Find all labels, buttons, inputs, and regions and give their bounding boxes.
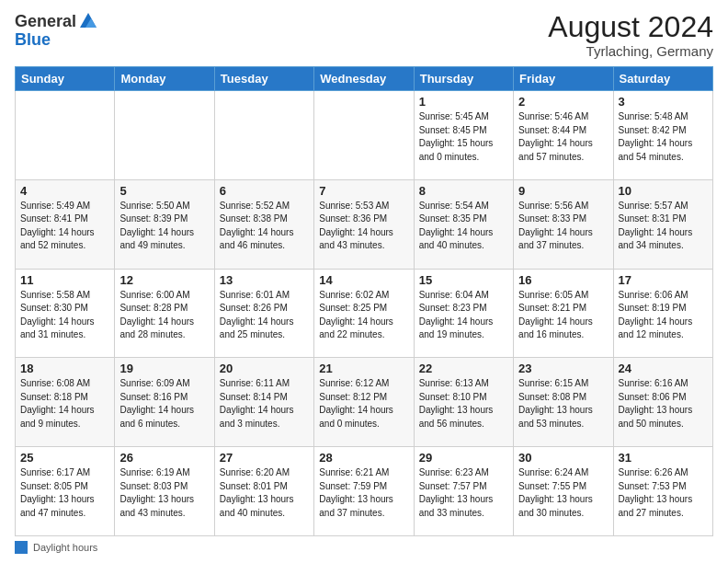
- day-detail: Sunrise: 6:08 AM Sunset: 8:18 PM Dayligh…: [20, 377, 109, 431]
- calendar-week-4: 18Sunrise: 6:08 AM Sunset: 8:18 PM Dayli…: [16, 358, 713, 447]
- day-number: 19: [119, 362, 209, 375]
- day-detail: Sunrise: 6:00 AM Sunset: 8:28 PM Dayligh…: [119, 289, 209, 342]
- day-detail: Sunrise: 6:19 AM Sunset: 8:03 PM Dayligh…: [119, 466, 209, 520]
- logo: General Blue: [15, 11, 98, 48]
- calendar-week-5: 25Sunrise: 6:17 AM Sunset: 8:05 PM Dayli…: [16, 447, 713, 536]
- day-detail: Sunrise: 5:53 AM Sunset: 8:36 PM Dayligh…: [319, 200, 408, 253]
- day-detail: Sunrise: 5:48 AM Sunset: 8:42 PM Dayligh…: [619, 110, 708, 164]
- table-row: [115, 91, 214, 180]
- month-year: August 2024: [548, 11, 713, 43]
- table-row: 9Sunrise: 5:56 AM Sunset: 8:33 PM Daylig…: [514, 179, 613, 269]
- day-detail: Sunrise: 5:45 AM Sunset: 8:45 PM Dayligh…: [419, 110, 508, 164]
- table-row: 16Sunrise: 6:05 AM Sunset: 8:21 PM Dayli…: [514, 269, 613, 358]
- footer: Daylight hours: [15, 541, 713, 554]
- day-detail: Sunrise: 5:57 AM Sunset: 8:31 PM Dayligh…: [619, 200, 708, 253]
- day-detail: Sunrise: 6:13 AM Sunset: 8:10 PM Dayligh…: [419, 377, 508, 431]
- day-number: 7: [319, 184, 408, 198]
- table-row: 4Sunrise: 5:49 AM Sunset: 8:41 PM Daylig…: [16, 179, 115, 269]
- day-number: 8: [419, 184, 508, 198]
- day-detail: Sunrise: 6:11 AM Sunset: 8:14 PM Dayligh…: [220, 377, 309, 431]
- day-number: 26: [119, 451, 209, 465]
- table-row: [314, 91, 414, 180]
- day-number: 5: [119, 184, 209, 198]
- table-row: 2Sunrise: 5:46 AM Sunset: 8:44 PM Daylig…: [514, 91, 613, 180]
- day-number: 4: [20, 184, 109, 198]
- calendar-table: Sunday Monday Tuesday Wednesday Thursday…: [15, 66, 713, 536]
- day-number: 3: [619, 95, 708, 109]
- day-detail: Sunrise: 6:06 AM Sunset: 8:19 PM Dayligh…: [619, 289, 708, 342]
- table-row: 30Sunrise: 6:24 AM Sunset: 7:55 PM Dayli…: [514, 447, 613, 536]
- col-saturday: Saturday: [613, 67, 712, 91]
- day-number: 2: [518, 95, 608, 109]
- day-detail: Sunrise: 6:09 AM Sunset: 8:16 PM Dayligh…: [119, 377, 209, 431]
- day-number: 28: [319, 451, 408, 465]
- header: General Blue August 2024 Tyrlaching, Ger…: [15, 11, 713, 59]
- day-number: 24: [619, 362, 708, 375]
- table-row: 26Sunrise: 6:19 AM Sunset: 8:03 PM Dayli…: [115, 447, 214, 536]
- title-block: August 2024 Tyrlaching, Germany: [548, 11, 713, 59]
- day-number: 23: [518, 362, 608, 375]
- day-detail: Sunrise: 5:46 AM Sunset: 8:44 PM Dayligh…: [518, 110, 608, 164]
- day-detail: Sunrise: 6:15 AM Sunset: 8:08 PM Dayligh…: [518, 377, 608, 431]
- day-number: 29: [419, 451, 508, 465]
- day-number: 16: [518, 273, 608, 287]
- day-detail: Sunrise: 6:24 AM Sunset: 7:55 PM Dayligh…: [518, 466, 608, 520]
- day-detail: Sunrise: 6:12 AM Sunset: 8:12 PM Dayligh…: [319, 377, 408, 431]
- table-row: 28Sunrise: 6:21 AM Sunset: 7:59 PM Dayli…: [314, 447, 414, 536]
- day-number: 15: [419, 273, 508, 287]
- col-wednesday: Wednesday: [314, 67, 414, 91]
- table-row: 20Sunrise: 6:11 AM Sunset: 8:14 PM Dayli…: [214, 358, 313, 447]
- page: General Blue August 2024 Tyrlaching, Ger…: [0, 0, 728, 563]
- day-detail: Sunrise: 6:02 AM Sunset: 8:25 PM Dayligh…: [319, 289, 408, 342]
- daylight-box: [15, 541, 28, 554]
- day-number: 27: [220, 451, 309, 465]
- table-row: [214, 91, 313, 180]
- col-thursday: Thursday: [414, 67, 513, 91]
- table-row: 18Sunrise: 6:08 AM Sunset: 8:18 PM Dayli…: [16, 358, 115, 447]
- table-row: 10Sunrise: 5:57 AM Sunset: 8:31 PM Dayli…: [613, 179, 712, 269]
- day-number: 31: [619, 451, 708, 465]
- day-detail: Sunrise: 6:01 AM Sunset: 8:26 PM Dayligh…: [220, 289, 309, 342]
- table-row: 29Sunrise: 6:23 AM Sunset: 7:57 PM Dayli…: [414, 447, 513, 536]
- col-tuesday: Tuesday: [214, 67, 313, 91]
- day-number: 11: [20, 273, 109, 287]
- table-row: 8Sunrise: 5:54 AM Sunset: 8:35 PM Daylig…: [414, 179, 513, 269]
- day-detail: Sunrise: 6:04 AM Sunset: 8:23 PM Dayligh…: [419, 289, 508, 342]
- day-number: 22: [419, 362, 508, 375]
- table-row: 7Sunrise: 5:53 AM Sunset: 8:36 PM Daylig…: [314, 179, 414, 269]
- logo-icon: [78, 11, 98, 31]
- col-monday: Monday: [115, 67, 214, 91]
- day-detail: Sunrise: 5:52 AM Sunset: 8:38 PM Dayligh…: [220, 200, 309, 253]
- day-number: 18: [20, 362, 109, 375]
- table-row: 5Sunrise: 5:50 AM Sunset: 8:39 PM Daylig…: [115, 179, 214, 269]
- day-number: 25: [20, 451, 109, 465]
- day-number: 20: [220, 362, 309, 375]
- table-row: 6Sunrise: 5:52 AM Sunset: 8:38 PM Daylig…: [214, 179, 313, 269]
- calendar-header-row: Sunday Monday Tuesday Wednesday Thursday…: [16, 67, 713, 91]
- table-row: 14Sunrise: 6:02 AM Sunset: 8:25 PM Dayli…: [314, 269, 414, 358]
- day-detail: Sunrise: 5:56 AM Sunset: 8:33 PM Dayligh…: [518, 200, 608, 253]
- day-detail: Sunrise: 5:54 AM Sunset: 8:35 PM Dayligh…: [419, 200, 508, 253]
- col-friday: Friday: [514, 67, 613, 91]
- day-detail: Sunrise: 5:49 AM Sunset: 8:41 PM Dayligh…: [20, 200, 109, 253]
- day-number: 14: [319, 273, 408, 287]
- daylight-label: Daylight hours: [33, 542, 97, 553]
- day-number: 21: [319, 362, 408, 375]
- table-row: 22Sunrise: 6:13 AM Sunset: 8:10 PM Dayli…: [414, 358, 513, 447]
- table-row: [16, 91, 115, 180]
- table-row: 15Sunrise: 6:04 AM Sunset: 8:23 PM Dayli…: [414, 269, 513, 358]
- table-row: 24Sunrise: 6:16 AM Sunset: 8:06 PM Dayli…: [613, 358, 712, 447]
- table-row: 11Sunrise: 5:58 AM Sunset: 8:30 PM Dayli…: [16, 269, 115, 358]
- table-row: 19Sunrise: 6:09 AM Sunset: 8:16 PM Dayli…: [115, 358, 214, 447]
- day-detail: Sunrise: 6:05 AM Sunset: 8:21 PM Dayligh…: [518, 289, 608, 342]
- table-row: 13Sunrise: 6:01 AM Sunset: 8:26 PM Dayli…: [214, 269, 313, 358]
- day-number: 9: [518, 184, 608, 198]
- day-number: 10: [619, 184, 708, 198]
- day-detail: Sunrise: 6:21 AM Sunset: 7:59 PM Dayligh…: [319, 466, 408, 520]
- day-number: 12: [119, 273, 209, 287]
- table-row: 17Sunrise: 6:06 AM Sunset: 8:19 PM Dayli…: [613, 269, 712, 358]
- calendar-week-1: 1Sunrise: 5:45 AM Sunset: 8:45 PM Daylig…: [16, 91, 713, 180]
- logo-general: General: [15, 13, 76, 29]
- day-detail: Sunrise: 6:16 AM Sunset: 8:06 PM Dayligh…: [619, 377, 708, 431]
- day-detail: Sunrise: 6:26 AM Sunset: 7:53 PM Dayligh…: [619, 466, 708, 520]
